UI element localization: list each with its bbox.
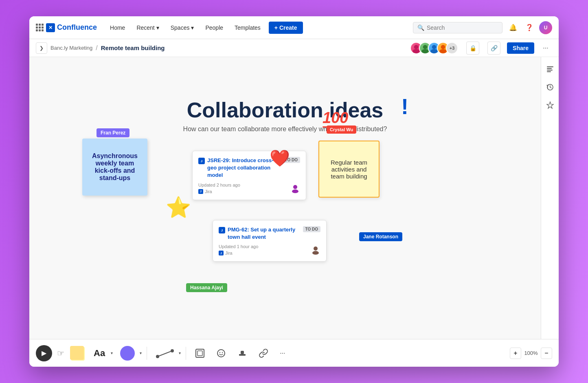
svg-point-4 <box>432 45 436 49</box>
zoom-in-button[interactable]: + <box>510 348 521 359</box>
share-button[interactable]: Share <box>507 42 534 54</box>
navbar: ✕ Confluence Home Recent ▾ Spaces ▾ Peop… <box>29 16 559 39</box>
jira-card-2-title-row: J PMG-62: Set up a quarterly town hall e… <box>219 226 303 241</box>
sticky-note-yellow[interactable]: Regular team activities and team buildin… <box>318 141 380 198</box>
more-actions-button[interactable]: ··· <box>539 42 552 55</box>
star-deco: ⭐ <box>166 196 191 219</box>
link-insert-button[interactable] <box>255 344 272 362</box>
svg-point-9 <box>293 185 297 189</box>
nav-templates[interactable]: Templates <box>230 22 265 33</box>
sticky-note-blue[interactable]: Asynchronous weekly team kick-offs and s… <box>82 139 147 196</box>
spaces-caret-icon: ▾ <box>191 24 194 31</box>
svg-point-7 <box>439 49 446 53</box>
copy-link-button[interactable]: 🔗 <box>487 42 500 55</box>
apps-grid-icon[interactable] <box>36 24 44 31</box>
svg-point-20 <box>171 349 174 352</box>
svg-point-6 <box>441 45 445 49</box>
svg-rect-14 <box>547 68 552 69</box>
search-box[interactable]: 🔍 <box>413 22 502 33</box>
jira-card-2-header: J PMG-62: Set up a quarterly town hall e… <box>219 226 320 241</box>
pin-button[interactable] <box>543 98 557 112</box>
search-input[interactable] <box>427 24 498 31</box>
main-area: Collaboration ideas How can our team col… <box>29 57 559 339</box>
nav-home[interactable]: Home <box>105 22 130 33</box>
bottom-toolbar: ▶ ☞ Aa ▾ ▾ ▾ <box>29 339 559 367</box>
emoji-button[interactable] <box>212 344 230 362</box>
confluence-icon: ✕ <box>46 23 55 32</box>
svg-point-0 <box>414 45 418 49</box>
toc-button[interactable] <box>543 62 557 77</box>
collaborators-more[interactable]: +3 <box>446 42 458 54</box>
nav-spaces[interactable]: Spaces ▾ <box>166 22 199 33</box>
user-badge-fran-perez: Fran Perez <box>97 128 129 137</box>
browser-window: ✕ Confluence Home Recent ▾ Spaces ▾ Peop… <box>29 16 559 367</box>
shape-button[interactable] <box>116 344 139 362</box>
sticky-notes-button[interactable] <box>69 345 86 361</box>
frame-button[interactable] <box>191 344 209 362</box>
shape-preview <box>120 346 135 361</box>
notifications-button[interactable]: 🔔 <box>507 21 520 34</box>
svg-point-11 <box>314 247 318 251</box>
zoom-out-button[interactable]: − <box>541 348 552 359</box>
svg-rect-21 <box>196 349 204 357</box>
jira-source-icon-1: J <box>198 189 203 194</box>
canvas-decorations-svg <box>29 57 151 118</box>
stamp-button[interactable] <box>233 344 251 362</box>
sidebar-toggle-button[interactable]: ❯ <box>36 42 47 54</box>
breadcrumb-current: Remote team building <box>101 44 165 51</box>
breadcrumb-parent[interactable]: Banc.ly Marketing <box>50 45 92 51</box>
cursor-label-crystal-wu: Crystal Wu <box>327 125 356 134</box>
cursor-icon[interactable]: ☞ <box>57 348 64 358</box>
jira-card-2-title: PMG-62: Set up a quarterly town hall eve… <box>228 226 303 241</box>
line-tool-button[interactable] <box>152 344 178 362</box>
recent-caret-icon: ▾ <box>156 24 159 31</box>
help-button[interactable]: ❓ <box>523 21 536 34</box>
canvas-area[interactable]: Collaboration ideas How can our team col… <box>29 57 541 339</box>
jira-card-2-avatar <box>311 245 320 255</box>
svg-point-12 <box>312 251 319 255</box>
jira-card-2-meta: Updated 1 hour ago J Jira <box>219 244 320 255</box>
toolbar-divider-1 <box>147 347 147 360</box>
jira-card-1-footer: J Jira <box>198 189 240 194</box>
jira-card-1-avatar <box>290 183 300 193</box>
nav-people[interactable]: People <box>200 22 228 33</box>
exclamation-deco: ! <box>401 94 408 119</box>
more-tools-button[interactable]: ··· <box>276 344 289 362</box>
jira-source-label-2: Jira <box>225 251 233 255</box>
confluence-logo: ✕ Confluence <box>46 23 97 32</box>
svg-point-23 <box>217 350 225 357</box>
collaborators-avatars: +3 <box>410 42 458 54</box>
jira-card-2-status: TO DO <box>303 226 320 232</box>
jira-card-1-updated: Updated 2 hours ago <box>198 183 240 187</box>
right-sidebar <box>541 57 559 339</box>
canvas-title-block: Collaboration ideas How can our team col… <box>183 98 387 133</box>
play-button[interactable]: ▶ <box>36 345 52 361</box>
canvas-title: Collaboration ideas <box>183 98 387 122</box>
breadcrumb-separator: / <box>96 44 97 52</box>
score-100-deco: 100 <box>323 110 348 128</box>
jira-card-2-footer: J Jira <box>219 251 258 255</box>
app-logo[interactable]: ✕ Confluence <box>36 23 97 32</box>
svg-rect-27 <box>241 351 244 354</box>
jira-source-icon-2: J <box>219 251 224 255</box>
svg-point-24 <box>219 352 220 352</box>
svg-line-19 <box>158 351 172 357</box>
lock-button[interactable]: 🔒 <box>466 42 479 55</box>
nav-icons: 🔔 ❓ U <box>507 21 552 34</box>
zoom-level-display: 100% <box>523 350 539 356</box>
text-caret-icon: ▾ <box>111 351 113 355</box>
search-icon: 🔍 <box>417 24 424 31</box>
toolbar-divider-2 <box>186 347 186 360</box>
user-avatar[interactable]: U <box>539 21 552 34</box>
jira-card-2[interactable]: J PMG-62: Set up a quarterly town hall e… <box>213 220 327 262</box>
create-button[interactable]: + Create <box>269 22 303 34</box>
svg-point-2 <box>423 45 427 49</box>
zoom-controls: + 100% − <box>510 348 552 359</box>
jira-icon-1: J <box>198 158 205 164</box>
user-badge-hassana-ajayi: Hassana Ajayi <box>186 283 227 292</box>
nav-recent[interactable]: Recent ▾ <box>132 22 164 33</box>
text-button[interactable]: Aa <box>89 344 110 362</box>
svg-rect-22 <box>197 351 202 356</box>
canvas-subtitle: How can our team collaborate more effect… <box>183 125 387 133</box>
history-button[interactable] <box>543 80 557 95</box>
